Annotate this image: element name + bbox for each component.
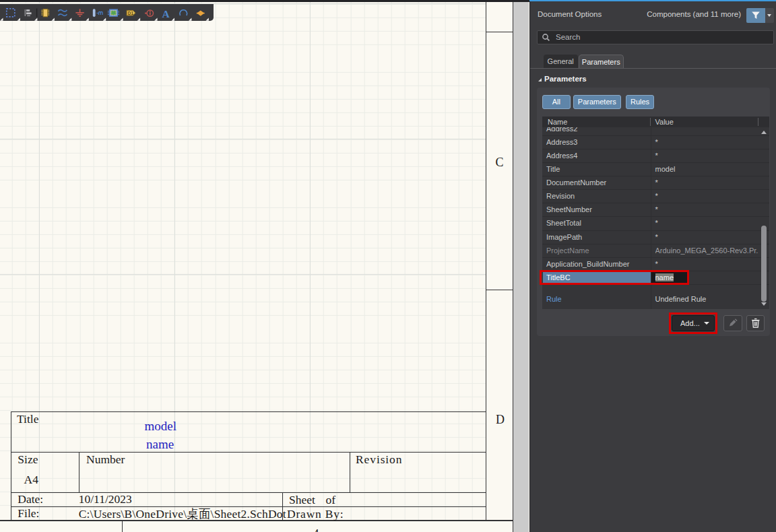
svg-text:A: A [162,8,170,20]
svg-text:D1: D1 [128,11,134,15]
